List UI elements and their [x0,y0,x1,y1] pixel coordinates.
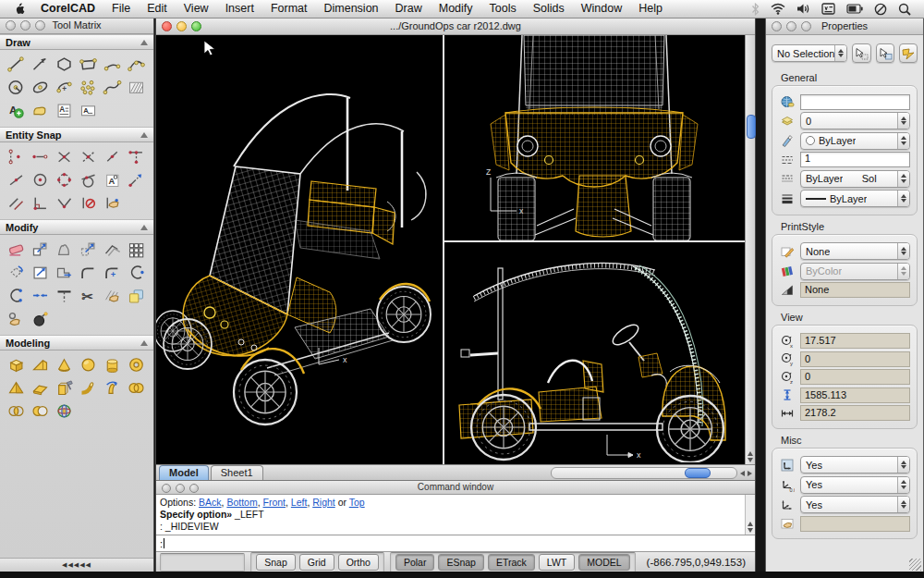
option-link-left[interactable]: Left [291,497,308,508]
viewport-front[interactable]: Z x [444,35,745,242]
torus-icon[interactable] [124,353,148,376]
ellipse-icon[interactable] [28,76,52,99]
quick-select-button[interactable] [899,43,918,63]
snap-midpoint-icon[interactable] [4,168,28,191]
orbit-icon[interactable] [52,400,76,423]
snap-parallel-icon[interactable] [4,191,28,215]
snap-perpendicular-icon[interactable] [28,191,52,215]
deselect-entities-button[interactable] [876,43,894,63]
pyramid-icon[interactable] [4,376,28,400]
thicken-icon[interactable] [28,376,52,400]
section-header-entity-snap[interactable]: Entity Snap [0,127,153,142]
edit-hatch-icon[interactable] [100,284,124,307]
scroll-up-icon[interactable] [748,451,753,456]
menu-edit[interactable]: Edit [139,0,176,18]
sculpt-icon[interactable] [52,238,76,261]
menu-corelcad[interactable]: CorelCAD [32,0,103,18]
linetype-dropdown[interactable]: ByLayerSol [800,170,910,188]
explode-icon[interactable] [28,307,52,330]
command-input[interactable]: : [156,535,755,551]
minimize-icon[interactable] [20,20,30,31]
snap-settings-icon[interactable] [100,191,124,215]
snap-foot-icon[interactable] [124,145,148,168]
stretch-icon[interactable] [52,261,76,284]
horizontal-scrollbar[interactable] [551,467,752,479]
ucs-view-dropdown[interactable]: Yes [800,496,910,513]
bluetooth-icon[interactable] [751,3,760,16]
zoom-icon[interactable] [35,20,45,31]
edit-grips-icon[interactable] [4,307,28,330]
extrude-icon[interactable] [52,376,76,400]
arc-3point-icon[interactable] [124,53,148,76]
toggle-etrack[interactable]: ETrack [488,554,535,571]
delete-icon[interactable] [4,238,28,261]
menu-window[interactable]: Window [573,0,630,18]
ellipse-arc-icon[interactable]: + [52,76,76,99]
toggle-snap[interactable]: Snap [256,554,296,571]
close-icon[interactable] [162,21,172,31]
fillet-radius-icon[interactable]: + [100,261,124,284]
menu-modify[interactable]: Modify [431,0,481,18]
option-link-front[interactable]: Front [263,497,286,508]
sweep-icon[interactable] [76,376,100,400]
box-icon[interactable] [4,353,28,376]
chamfer-icon[interactable] [124,261,148,284]
menu-file[interactable]: File [103,0,139,18]
menu-draw[interactable]: Draw [387,0,431,18]
select-entities-button[interactable] [852,43,870,63]
document-titlebar[interactable]: .../GroundOps car r2012.dwg [156,18,755,35]
menu-view[interactable]: View [176,0,217,18]
wifi-icon[interactable] [771,3,785,15]
toggle-lwt[interactable]: LWT [539,554,575,571]
cone-icon[interactable] [52,353,76,376]
scroll-down-icon[interactable] [748,528,753,533]
vertical-scrollbar[interactable] [745,35,755,464]
toggle-ortho[interactable]: Ortho [338,554,379,571]
scroll-right-icon[interactable] [748,471,752,476]
input-source-icon[interactable] [821,3,835,15]
hyperlink-field[interactable] [800,94,910,110]
arc-icon[interactable] [100,53,124,76]
close-icon[interactable] [772,21,782,31]
section-header-draw[interactable]: Draw [0,34,153,50]
snap-tangent-icon[interactable] [76,168,100,191]
menu-tools[interactable]: Tools [481,0,525,18]
ucs-icon-dropdown[interactable]: Yes [800,456,910,473]
polyline-icon[interactable] [28,53,52,76]
snap-nearest-icon[interactable] [100,145,124,168]
layer-dropdown[interactable]: 0 [800,112,910,129]
close-icon[interactable] [162,484,171,493]
split-icon[interactable]: ✂ [76,284,100,307]
tab-model[interactable]: Model [159,465,209,480]
sphere-icon[interactable] [76,353,100,376]
copy-icon[interactable] [76,238,100,261]
snap-apparent-icon[interactable] [76,145,100,168]
properties-titlebar[interactable]: Properties [766,18,923,35]
resize-grip[interactable] [909,559,921,571]
cylinder-icon[interactable] [100,353,124,376]
option-link-right[interactable]: Right [312,497,335,508]
scroll-up-icon[interactable] [748,522,753,526]
horizontal-scrollbar-thumb[interactable] [685,468,711,478]
toggle-polar[interactable]: Polar [395,554,435,571]
battery-icon[interactable] [846,4,863,14]
viewport-side[interactable]: x [444,242,745,462]
pattern-icon[interactable] [124,238,148,261]
note-icon[interactable]: A [76,99,100,122]
join-icon[interactable] [28,284,52,307]
point-icon[interactable] [76,76,100,99]
tool-matrix-titlebar[interactable]: Tool Matrix [0,18,153,34]
snap-intersection-icon[interactable] [52,145,76,168]
lineweight-dropdown[interactable]: ByLayer [800,190,910,207]
section-header-modeling[interactable]: Modeling [0,335,153,350]
revolve-icon[interactable] [100,376,124,400]
section-header-modify[interactable]: Modify [0,219,153,235]
scroll-down-icon[interactable] [748,458,753,462]
snap-insertion-icon[interactable]: A [100,168,124,191]
blend-icon[interactable] [4,284,28,307]
minimize-icon[interactable] [176,21,187,31]
toggle-esnap[interactable]: ESnap [438,554,484,571]
snap-endpoint-icon[interactable] [4,145,28,168]
zoom-icon[interactable] [801,21,811,31]
trim-icon[interactable] [52,284,76,307]
